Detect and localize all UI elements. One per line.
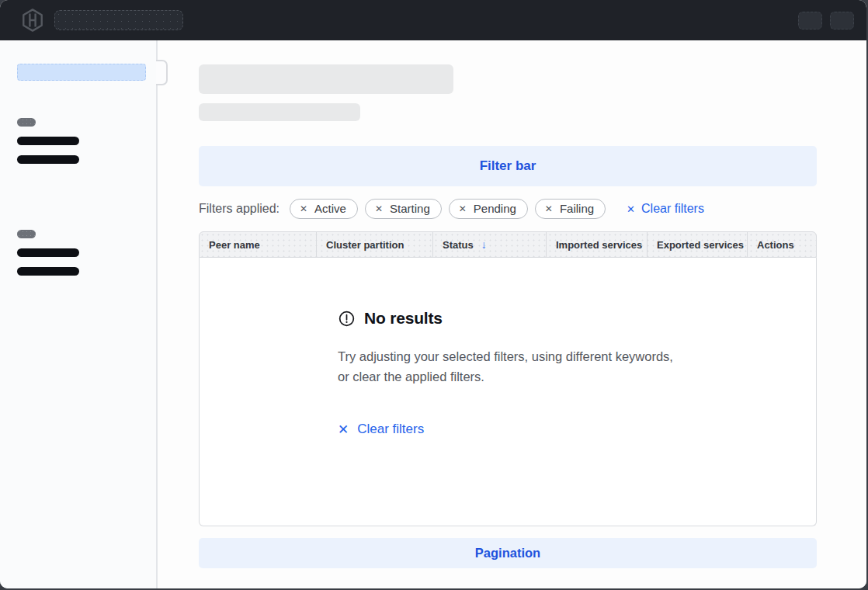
clear-filters-link[interactable]: ✕ Clear filters (627, 202, 704, 216)
filter-chips: ✕ Active ✕ Starting ✕ Pending ✕ Failing (290, 199, 606, 219)
sort-descending-icon[interactable]: ↓ (481, 238, 487, 251)
close-icon[interactable]: ✕ (545, 203, 553, 214)
page-title-skeleton (199, 64, 453, 94)
table-body: No results Try adjusting your selected f… (199, 258, 817, 526)
column-header-label: Peer name (209, 239, 260, 251)
filter-chip-label: Failing (560, 202, 594, 215)
filter-chip-failing[interactable]: ✕ Failing (535, 199, 606, 219)
filter-chip-label: Active (314, 202, 346, 215)
empty-state-clear-filters-link[interactable]: ✕ Clear filters (338, 422, 424, 438)
column-header-label: Exported services (657, 239, 744, 251)
close-icon[interactable]: ✕ (375, 203, 383, 214)
close-icon[interactable]: ✕ (459, 203, 467, 214)
column-header-label: Actions (757, 239, 794, 251)
sidebar-toggle-handle[interactable] (156, 60, 168, 85)
close-icon: ✕ (338, 422, 349, 438)
sidebar-item-skeleton[interactable] (17, 155, 79, 164)
sidebar-item-skeleton[interactable] (17, 137, 79, 145)
filter-chip-label: Starting (390, 202, 430, 215)
column-header-exported-services[interactable]: Exported services (647, 232, 747, 257)
page-subtitle-skeleton (199, 103, 360, 121)
top-navbar (0, 0, 866, 40)
navbar-button-placeholder-1[interactable] (798, 12, 822, 30)
navbar-button-placeholder-2[interactable] (830, 12, 854, 30)
column-header-label: Cluster partition (326, 239, 404, 251)
column-header-label: Imported services (556, 239, 642, 251)
close-icon: ✕ (627, 203, 635, 215)
filter-chip-label: Pending (474, 202, 516, 215)
filters-applied-label: Filters applied: (199, 202, 279, 216)
sidebar-item-skeleton[interactable] (17, 267, 79, 276)
sidebar-selected-item[interactable] (17, 64, 146, 81)
alert-circle-icon (338, 310, 356, 328)
close-icon[interactable]: ✕ (300, 203, 307, 214)
column-header-label: Status (443, 239, 474, 251)
empty-state-clear-filters-label: Clear filters (357, 422, 424, 437)
column-header-imported-services[interactable]: Imported services (546, 232, 647, 257)
hashicorp-logo-icon (20, 8, 45, 33)
table-header-row: Peer name Cluster partition Status ↓ Imp… (199, 231, 817, 258)
app-window: Filter bar Filters applied: ✕ Active ✕ S… (0, 0, 866, 588)
empty-state: No results Try adjusting your selected f… (338, 309, 673, 438)
filter-bar-label: Filter bar (480, 158, 536, 174)
empty-state-description: Try adjusting your selected filters, usi… (338, 346, 673, 387)
sidebar-section-label-skeleton-2 (17, 230, 36, 238)
sidebar-item-skeleton[interactable] (17, 248, 79, 257)
column-header-cluster-partition[interactable]: Cluster partition (316, 232, 432, 257)
sidebar-section-label-skeleton-1 (17, 118, 36, 127)
clear-filters-label: Clear filters (641, 202, 704, 216)
column-header-peer-name[interactable]: Peer name (200, 232, 316, 257)
pagination-banner[interactable]: Pagination (199, 538, 817, 568)
empty-state-title: No results (364, 309, 443, 328)
pagination-label: Pagination (475, 546, 540, 560)
peers-table: Peer name Cluster partition Status ↓ Imp… (199, 231, 817, 526)
sidebar (0, 40, 158, 588)
column-header-status[interactable]: Status ↓ (432, 232, 546, 257)
filter-chip-active[interactable]: ✕ Active (290, 199, 358, 219)
filter-chip-pending[interactable]: ✕ Pending (449, 199, 528, 219)
filter-chip-starting[interactable]: ✕ Starting (365, 199, 442, 219)
applied-filters-row: Filters applied: ✕ Active ✕ Starting ✕ P… (199, 198, 817, 220)
main-content: Filter bar Filters applied: ✕ Active ✕ S… (158, 40, 866, 588)
filter-bar-banner[interactable]: Filter bar (199, 146, 817, 186)
search-input[interactable] (54, 10, 183, 30)
column-header-actions: Actions (747, 232, 816, 257)
